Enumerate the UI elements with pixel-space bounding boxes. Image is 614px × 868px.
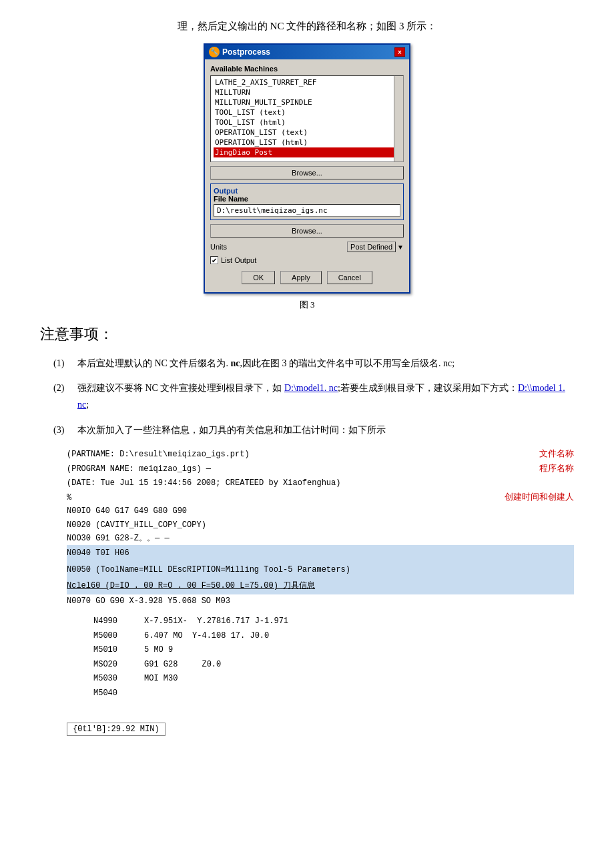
list-item[interactable]: LATHE_2_AXIS_TURRET_REF	[214, 77, 400, 87]
units-select[interactable]: Post Defined	[347, 242, 396, 252]
code-text-9: N0050 (ToolName=MILL DEscRIPTION=Milling…	[67, 565, 350, 574]
note-item-3: (3) 本次新加入了一些注释信息，如刀具的有关信息和加工估计时间：如下所示	[53, 422, 574, 438]
list-item[interactable]: OPERATION_LIST (text)	[214, 127, 400, 137]
code-text-4: %	[67, 491, 71, 504]
file-name-label: File Name	[214, 195, 400, 203]
table-row: MOI M30	[144, 672, 288, 687]
list-output-checkbox[interactable]: ✔	[210, 256, 218, 264]
postprocess-dialog: 🔧 Postprocess × Available Machines LATHE…	[204, 43, 410, 294]
code-text-2: (PROGRAM NAME: meiqizao_igs) —	[67, 462, 211, 476]
code-text-10: Nclel60 (D=IO . 00 R=O . 00 F=50.00 L=75…	[67, 581, 315, 590]
dialog-icon: 🔧	[209, 47, 220, 57]
list-output-label: List Output	[221, 256, 256, 264]
dialog-body: Available Machines LATHE_2_AXIS_TURRET_R…	[205, 59, 409, 292]
table-row: X-7.951X- Y.27816.717 J-1.971	[144, 614, 288, 629]
note-num-3: (3)	[53, 422, 77, 438]
code-line-7: NOO30 G91 G28-Z。。— —	[67, 532, 574, 545]
dialog-footer: OK Apply Cancel	[210, 267, 404, 287]
code-text-11: N0070 GO G90 X-3.928 Y5.068 SO M03	[67, 596, 230, 606]
code-line-3: (DATE: Tue Jul 15 19:44:56 2008; CREATEE…	[67, 476, 574, 490]
machines-listbox[interactable]: LATHE_2_AXIS_TURRET_REF MILLTURN MILLTUR…	[210, 75, 404, 162]
code-line-10: Nclel60 (D=IO . 00 R=O . 00 F=50.00 L=75…	[67, 578, 574, 594]
table-row: 5 MO 9	[144, 643, 288, 658]
note-num-2: (2)	[53, 380, 77, 413]
code-text-8: N0040 T0I H06	[67, 548, 129, 558]
table-row: G91 G28 Z0.0	[144, 658, 288, 673]
note-item-1: (1) 本后宣处理默认的 NC 文件后缀名为. nc,因此在图 3 的瑞出文件名…	[53, 355, 574, 372]
final-note: {0tl'B]:29.92 MIN)	[67, 723, 166, 736]
annotation-3: 创建时间和创建人	[491, 490, 574, 504]
nc-table-col1: N4990 M5000 M5010 MSO20 M5030 M5040	[93, 614, 117, 701]
code-line-8: N0040 T0I H06	[67, 545, 574, 561]
list-item[interactable]: TOOL_LIST (html)	[214, 117, 400, 127]
final-note-container: {0tl'B]:29.92 MIN)	[67, 712, 574, 747]
list-output-row: ✔ List Output	[210, 256, 404, 264]
path-link-1: D:\model1. nc	[284, 383, 338, 393]
file-name-input[interactable]: D:\result\meiqizao_igs.nc	[214, 204, 400, 217]
code-text-6: N0020 (CAVITY_HILL_COPY_COPY)	[67, 520, 206, 530]
figure-label: 图 3	[40, 299, 574, 311]
code-line-6: N0020 (CAVITY_HILL_COPY_COPY)	[67, 518, 574, 532]
table-row	[144, 687, 288, 701]
units-dropdown-icon[interactable]: ▼	[397, 244, 404, 251]
browse-button-2[interactable]: Browse...	[210, 224, 404, 238]
note-content-2: 强烈建议不要将 NC 文件宣接处理到根目录下，如 D:\model1. nc;若…	[77, 380, 574, 413]
table-row: N4990	[93, 614, 117, 629]
code-text-3: (DATE: Tue Jul 15 19:44:56 2008; CREATEE…	[67, 476, 340, 490]
dialog-container: 🔧 Postprocess × Available Machines LATHE…	[40, 43, 574, 294]
code-line-5: N00IO G40 G17 G49 G80 G90	[67, 504, 574, 518]
notes-title: 注意事项：	[40, 324, 574, 344]
dialog-title: Postprocess	[222, 47, 270, 57]
list-item-selected[interactable]: JingDiao Post	[214, 147, 400, 157]
note-num-1: (1)	[53, 355, 77, 372]
code-line-4: % 创建时间和创建人	[67, 490, 574, 504]
units-label: Units	[210, 243, 227, 251]
close-button[interactable]: ×	[394, 47, 405, 57]
list-item[interactable]: TOOL_LIST (text)	[214, 107, 400, 117]
dialog-title-area: 🔧 Postprocess	[209, 47, 270, 57]
table-row: MSO20	[93, 658, 117, 673]
table-row: M5010	[93, 643, 117, 658]
table-row: 6.407 MO Y-4.108 17. J0.0	[144, 629, 288, 644]
table-row: M5030	[93, 672, 117, 687]
code-text-1: (PARTNAME: D:\result\meiqizao_igs.prt)	[67, 448, 250, 461]
apply-button[interactable]: Apply	[280, 271, 322, 284]
listbox-inner: LATHE_2_AXIS_TURRET_REF MILLTURN MILLTUR…	[211, 76, 403, 161]
intro-text: 理，然后定义输出的 NC 文件的路径和名称；如图 3 所示：	[40, 20, 574, 33]
notes-list: (1) 本后宣处理默认的 NC 文件后缀名为. nc,因此在图 3 的瑞出文件名…	[40, 355, 574, 438]
listbox-scrollbar[interactable]	[394, 76, 403, 161]
nc-table-section: N4990 M5000 M5010 MSO20 M5030 M5040 X-7.…	[93, 614, 574, 701]
notes-section: 注意事项： (1) 本后宣处理默认的 NC 文件后缀名为. nc,因此在图 3 …	[40, 324, 574, 438]
list-item[interactable]: MILLTURN_MULTI_SPINDLE	[214, 97, 400, 107]
available-machines-label: Available Machines	[210, 65, 404, 73]
nc-code-area: (PARTNAME: D:\result\meiqizao_igs.prt) 文…	[67, 446, 574, 608]
browse-button-1[interactable]: Browse...	[210, 166, 404, 179]
note-content-3: 本次新加入了一些注释信息，如刀具的有关信息和加工估计时间：如下所示	[77, 422, 574, 438]
list-item[interactable]: MILLTURN	[214, 87, 400, 97]
units-row: Units Post Defined ▼	[210, 242, 404, 252]
list-item[interactable]: OPERATION_LIST (html)	[214, 137, 400, 147]
note-content-1: 本后宣处理默认的 NC 文件后缀名为. nc,因此在图 3 的瑞出文件名中可以不…	[77, 355, 574, 372]
code-text-5: N00IO G40 G17 G49 G80 G90	[67, 506, 187, 516]
units-select-container: Post Defined ▼	[347, 242, 404, 252]
annotation-1: 文件名称	[526, 446, 574, 461]
code-line-11: N0070 GO G90 X-3.928 Y5.068 SO M03	[67, 594, 574, 608]
code-line-1: (PARTNAME: D:\result\meiqizao_igs.prt) 文…	[67, 446, 574, 461]
cancel-button[interactable]: Cancel	[327, 271, 372, 284]
output-section: Output File Name D:\result\meiqizao_igs.…	[210, 183, 404, 220]
ok-button[interactable]: OK	[242, 271, 275, 284]
code-line-9: N0050 (ToolName=MILL DEscRIPTION=Milling…	[67, 562, 574, 578]
code-text-7: NOO30 G91 G28-Z。。— —	[67, 534, 170, 543]
note-item-2: (2) 强烈建议不要将 NC 文件宣接处理到根目录下，如 D:\model1. …	[53, 380, 574, 413]
table-row: M5000	[93, 629, 117, 644]
nc-table-col2: X-7.951X- Y.27816.717 J-1.971 6.407 MO Y…	[144, 614, 288, 701]
output-label: Output	[214, 187, 400, 195]
code-line-2: (PROGRAM NAME: meiqizao_igs) — 程序名称	[67, 461, 574, 476]
annotation-2: 程序名称	[526, 461, 574, 476]
dialog-titlebar: 🔧 Postprocess ×	[205, 45, 409, 59]
table-row: M5040	[93, 687, 117, 701]
